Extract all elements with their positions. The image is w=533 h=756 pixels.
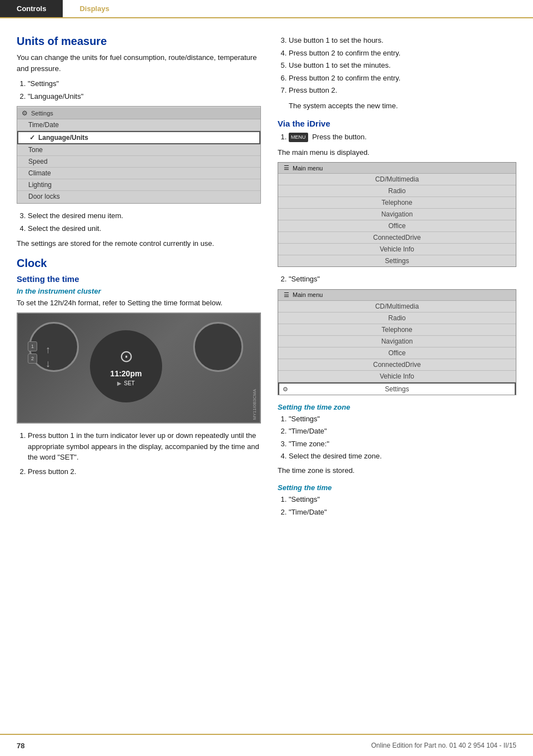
clock-section: Clock Setting the time In the instrument… [17, 257, 261, 477]
mmenu2-connecteddrive: ConnectedDrive [278, 359, 516, 371]
idrive-step1-label: Press the button. [312, 133, 366, 141]
main-menu-title-bar-2: ☰ Main menu [278, 290, 516, 301]
right-step-3: Use button 1 to set the hours. [289, 35, 516, 46]
units-step-2: "Language/Units" [28, 91, 261, 102]
settings-gear-icon: ⚙ [283, 385, 288, 392]
units-steps-continued-list: Select the desired menu item. Select the… [28, 210, 261, 234]
idrive-step-2: "Settings" [289, 274, 516, 285]
cluster-arrow-icon: ▶ [117, 380, 122, 386]
timezone-step-4: Select the desired time zone. [289, 451, 516, 462]
mmenu2-cd: CD/Multimedia [278, 301, 516, 313]
cluster-time-display: 11:20pm [110, 369, 142, 378]
main-menu-screenshot-1: ☰ Main menu CD/Multimedia Radio Telephon… [278, 162, 516, 267]
setting-time-title: Setting the time [17, 274, 261, 284]
units-intro: You can change the units for fuel consum… [17, 52, 261, 74]
list-icon-1: ☰ [284, 164, 289, 172]
mmenu2-settings-label: Settings [385, 385, 409, 393]
settings-menu-screenshot: ⚙ Settings Time/Date ✓ Language/Units To… [17, 106, 261, 204]
main-menu-screenshot-2: ☰ Main menu CD/Multimedia Radio Telephon… [278, 289, 516, 395]
right-step-6: Press button 2 to confirm the entry. [289, 73, 516, 84]
mmenu2-radio: Radio [278, 313, 516, 324]
cluster-step-1: Press button 1 in the turn indicator lev… [28, 430, 261, 463]
units-step-1: "Settings" [28, 78, 261, 89]
clock-title: Clock [17, 257, 261, 270]
via-idrive-title: Via the iDrive [278, 119, 516, 128]
timezone-step-3: "Time zone:" [289, 439, 516, 450]
right-step-5: Use button 1 to set the minutes. [289, 60, 516, 71]
cluster-center-panel: ⊙ 11:20pm ▶ SET [90, 330, 162, 402]
settings-menu-title: Settings [31, 110, 53, 117]
time-step-1: "Settings" [289, 494, 516, 505]
mmenu2-settings: ⚙ Settings [278, 382, 516, 395]
tab-controls[interactable]: Controls [0, 0, 63, 17]
setting-time-right-section: Setting the time "Settings" "Time/Date" [278, 483, 516, 517]
edition-text: Online Edition for Part no. 01 40 2 954 … [371, 742, 516, 749]
mmenu2-vehicleinfo: Vehicle Info [278, 371, 516, 382]
image-label: MY11I0B3CMA [252, 389, 257, 420]
gear-icon: ⚙ [22, 109, 28, 117]
cluster-set-display: ▶ SET [117, 380, 134, 386]
idrive-steps-list: MENU Press the button. [289, 132, 516, 143]
main-content: Units of measure You can change the unit… [0, 18, 533, 558]
mmenu1-vehicleinfo: Vehicle Info [278, 244, 516, 255]
idrive-step2-list: "Settings" [289, 274, 516, 285]
cluster-image: ⊙ 11:20pm ▶ SET 1 2 ↑ ↓ MY11I0B3CMA [17, 313, 261, 424]
mmenu1-telephone: Telephone [278, 197, 516, 209]
main-menu-title-bar-1: ☰ Main menu [278, 163, 516, 174]
setting-time-title-right: Setting the time [278, 483, 516, 492]
units-section: Units of measure You can change the unit… [17, 35, 261, 249]
in-cluster-title: In the instrument cluster [17, 287, 261, 295]
page-number: 78 [17, 742, 24, 750]
mmenu1-cd: CD/Multimedia [278, 174, 516, 185]
tab-displays[interactable]: Displays [63, 0, 125, 17]
units-note: The settings are stored for the remote c… [17, 238, 261, 249]
right-column: Use button 1 to set the hours. Press but… [278, 35, 516, 525]
settings-menu-title-bar: ⚙ Settings [17, 108, 260, 119]
tab-displays-label: Displays [79, 4, 109, 13]
main-menu-title-label-1: Main menu [293, 165, 323, 172]
mmenu2-telephone: Telephone [278, 324, 516, 336]
cluster-set-label: SET [124, 380, 134, 386]
right-step-4: Press button 2 to confirm the entry. [289, 48, 516, 59]
right-steps-list: Use button 1 to set the hours. Press but… [289, 35, 516, 96]
timezone-title: Setting the time zone [278, 403, 516, 411]
menu-item-speed: Speed [17, 156, 260, 168]
menu-item-languageunits-label: Language/Units [38, 134, 88, 142]
header-tabs: Controls Displays [0, 0, 533, 18]
cluster-step-2: Press button 2. [28, 466, 261, 477]
list-icon-2: ☰ [284, 291, 289, 299]
units-step-4: Select the desired unit. [28, 223, 261, 234]
timezone-steps-list: "Settings" "Time/Date" "Time zone:" Sele… [289, 414, 516, 462]
mmenu1-navigation: Navigation [278, 209, 516, 220]
left-column: Units of measure You can change the unit… [17, 35, 261, 525]
mmenu1-connecteddrive: ConnectedDrive [278, 232, 516, 244]
check-icon: ✓ [29, 134, 35, 142]
cluster-steps-list: Press button 1 in the turn indicator lev… [28, 430, 261, 477]
mmenu2-navigation: Navigation [278, 336, 516, 347]
menu-item-doorlocks: Door locks [17, 191, 260, 202]
in-cluster-text: To set the 12h/24h format, refer to Sett… [17, 298, 261, 309]
units-step-3: Select the desired menu item. [28, 210, 261, 221]
idrive-step-1: MENU Press the button. [289, 132, 516, 143]
via-idrive-section: Via the iDrive MENU Press the button. Th… [278, 119, 516, 517]
system-note: The system accepts the new time. [289, 100, 516, 112]
units-steps-list: "Settings" "Language/Units" [28, 78, 261, 102]
mmenu1-office: Office [278, 220, 516, 232]
timezone-step-2: "Time/Date" [289, 426, 516, 437]
time-steps-list: "Settings" "Time/Date" [289, 494, 516, 517]
menu-item-languageunits: ✓ Language/Units [17, 131, 260, 144]
menu-button-icon: MENU [289, 133, 308, 143]
tab-controls-label: Controls [17, 4, 46, 13]
timezone-section: Setting the time zone "Settings" "Time/D… [278, 403, 516, 476]
mmenu1-settings: Settings [278, 255, 516, 266]
timezone-note: The time zone is stored. [278, 465, 516, 476]
menu-item-timedate: Time/Date [17, 119, 260, 131]
menu-item-climate: Climate [17, 168, 260, 179]
mmenu1-radio: Radio [278, 185, 516, 197]
mmenu2-office: Office [278, 347, 516, 359]
clock-display-icon: ⊙ [119, 346, 133, 366]
menu-item-tone: Tone [17, 144, 260, 156]
time-step-2: "Time/Date" [289, 507, 516, 518]
units-title: Units of measure [17, 35, 261, 48]
main-menu-displayed: The main menu is displayed. [278, 147, 516, 158]
